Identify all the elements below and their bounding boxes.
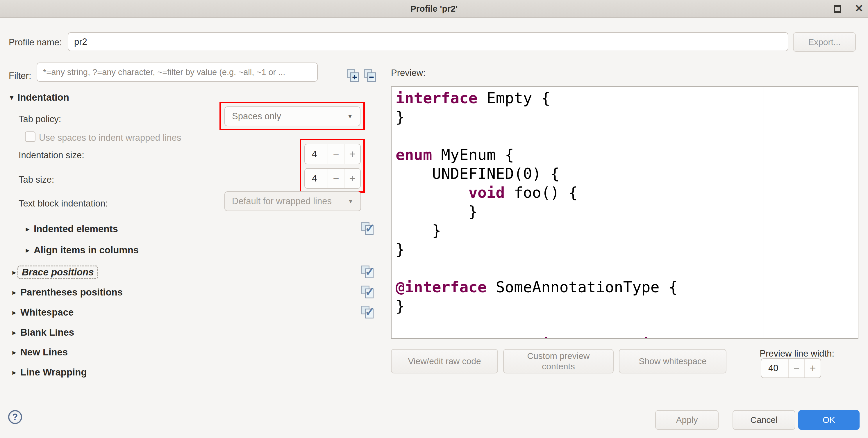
decrement-button[interactable]: − <box>328 144 344 164</box>
formatter-profile-dialog: Profile 'pr2' ✕ Profile name: Export... … <box>0 0 868 438</box>
export-button[interactable]: Export... <box>793 32 856 52</box>
tree-item-indentation[interactable]: ▾ Indentation <box>10 92 69 103</box>
window-title: Profile 'pr2' <box>0 0 868 18</box>
ok-button[interactable]: OK <box>798 410 860 430</box>
print-margin-line <box>764 87 764 338</box>
apply-button[interactable]: Apply <box>655 410 719 430</box>
code-editor: interface Empty {} enum MyEnum { UNDEFIN… <box>396 89 760 339</box>
chevron-right-icon: ▸ <box>10 348 19 357</box>
tab-policy-dropdown[interactable]: Spaces only ▼ <box>224 107 361 126</box>
chevron-right-icon: ▸ <box>10 308 19 317</box>
decrement-button[interactable]: − <box>788 359 804 378</box>
preview-label: Preview: <box>391 68 426 78</box>
profile-name-label: Profile name: <box>9 37 62 48</box>
chevron-right-icon: ▸ <box>23 225 32 234</box>
preview-line-width-label: Preview line width: <box>744 348 834 359</box>
indentation-size-label: Indentation size: <box>19 150 84 160</box>
indentation-size-spinner: 4 − + <box>304 144 361 164</box>
help-icon[interactable]: ? <box>8 410 22 424</box>
profile-name-input[interactable] <box>68 32 788 51</box>
indentation-size-value[interactable]: 4 <box>305 144 328 164</box>
maximize-button[interactable] <box>834 5 841 13</box>
plus-icon: + <box>350 72 359 82</box>
preview-line-width-value[interactable]: 40 <box>761 359 788 378</box>
tree-item-indented-elements[interactable]: ▸ Indented elements ✓ <box>0 222 378 236</box>
decrement-button[interactable]: − <box>328 169 344 188</box>
filter-input[interactable] <box>37 62 318 82</box>
section-label: Indentation <box>18 92 69 103</box>
tree-item-parentheses-positions[interactable]: ▸ Parentheses positions ✓ <box>0 285 378 299</box>
modified-indicator-icon: ✓ <box>361 222 375 236</box>
tree-item-align-items-in-columns[interactable]: ▸ Align items in columns <box>0 243 378 257</box>
close-button[interactable]: ✕ <box>851 0 867 18</box>
tree-item-new-lines[interactable]: ▸ New Lines <box>0 345 378 359</box>
tree-item-line-wrapping[interactable]: ▸ Line Wrapping <box>0 365 378 379</box>
chevron-down-icon: ▾ <box>10 93 13 101</box>
chevron-down-icon: ▼ <box>347 113 353 120</box>
custom-preview-contents-button[interactable]: Custom preview contents <box>503 349 614 374</box>
preview-code-panel[interactable]: interface Empty {} enum MyEnum { UNDEFIN… <box>391 86 859 339</box>
tree-item-blank-lines[interactable]: ▸ Blank Lines <box>0 325 378 340</box>
modified-indicator-icon: ✓ <box>361 286 375 299</box>
chevron-right-icon: ▸ <box>10 288 19 297</box>
increment-button[interactable]: + <box>344 144 360 164</box>
minus-icon: − <box>367 72 376 82</box>
preview-line-width-spinner: 40 − + <box>761 358 821 378</box>
use-spaces-checkbox[interactable] <box>25 132 35 142</box>
filter-label: Filter: <box>9 71 31 81</box>
tab-policy-value: Spaces only <box>232 111 281 122</box>
tab-size-value[interactable]: 4 <box>305 169 328 188</box>
text-block-dropdown[interactable]: Default for wrapped lines ▼ <box>224 192 361 211</box>
tab-size-label: Tab size: <box>19 175 54 185</box>
expand-all-icon[interactable]: + <box>347 69 361 83</box>
chevron-right-icon: ▸ <box>10 328 19 337</box>
show-whitespace-button[interactable]: Show whitespace <box>619 349 726 374</box>
titlebar: Profile 'pr2' ✕ <box>0 0 868 18</box>
chevron-down-icon: ▼ <box>348 198 353 205</box>
tree-item-brace-positions[interactable]: ▸ Brace positions ✓ <box>0 265 378 279</box>
chevron-right-icon: ▸ <box>23 246 32 255</box>
modified-indicator-icon: ✓ <box>361 266 375 279</box>
modified-indicator-icon: ✓ <box>361 306 375 319</box>
increment-button[interactable]: + <box>344 169 360 188</box>
view-edit-raw-code-button[interactable]: View/edit raw code <box>391 349 498 374</box>
increment-button[interactable]: + <box>804 359 820 378</box>
use-spaces-label: Use spaces to indent wrapped lines <box>39 133 181 143</box>
text-block-label: Text block indentation: <box>19 198 108 209</box>
tree-item-whitespace[interactable]: ▸ Whitespace ✓ <box>0 305 378 319</box>
tab-size-spinner: 4 − + <box>304 168 361 189</box>
chevron-right-icon: ▸ <box>10 368 19 377</box>
tab-policy-label: Tab policy: <box>19 114 61 124</box>
text-block-value: Default for wrapped lines <box>232 196 332 206</box>
cancel-button[interactable]: Cancel <box>733 410 795 430</box>
collapse-all-icon[interactable]: − <box>364 69 378 83</box>
